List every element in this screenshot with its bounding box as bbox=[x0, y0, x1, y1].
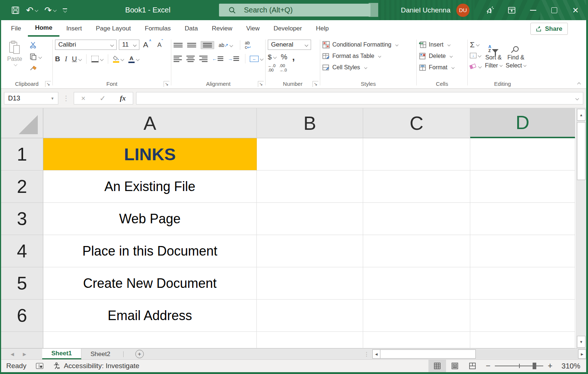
clear-dropdown-icon[interactable] bbox=[478, 65, 482, 68]
cell-b1[interactable] bbox=[257, 138, 363, 170]
page-break-preview-button[interactable] bbox=[464, 360, 481, 372]
undo-dropdown-icon[interactable] bbox=[35, 8, 39, 12]
vertical-scroll-thumb[interactable] bbox=[577, 122, 585, 180]
clear-button[interactable] bbox=[470, 62, 481, 70]
cell-c1[interactable] bbox=[363, 138, 470, 170]
currency-dropdown-icon[interactable] bbox=[273, 55, 277, 59]
coming-soon-megaphone-icon[interactable] bbox=[480, 0, 501, 20]
tab-home[interactable]: Home bbox=[28, 20, 59, 37]
row-header-3[interactable]: 3 bbox=[1, 203, 43, 235]
top-align-button[interactable] bbox=[174, 43, 183, 47]
name-box-dropdown-icon[interactable]: ▼ bbox=[51, 96, 54, 100]
wrap-text-button[interactable]: ab c↩ bbox=[245, 41, 251, 50]
zoom-in-button[interactable]: + bbox=[543, 361, 557, 371]
align-left-button[interactable] bbox=[174, 56, 182, 62]
cell-a2[interactable]: An Existing File bbox=[43, 170, 257, 203]
cancel-icon[interactable]: × bbox=[81, 94, 85, 103]
underline-dropdown-icon[interactable] bbox=[78, 57, 82, 61]
cell-d6[interactable] bbox=[470, 300, 575, 332]
next-sheet-icon[interactable]: ▶ bbox=[23, 352, 26, 357]
fill-color-button[interactable] bbox=[113, 56, 124, 63]
cell-c6[interactable] bbox=[363, 300, 470, 332]
scroll-up-icon[interactable]: ▲ bbox=[577, 109, 585, 121]
row-header-2[interactable]: 2 bbox=[1, 170, 43, 203]
horizontal-scroll-thumb[interactable] bbox=[380, 349, 476, 359]
formula-input[interactable] bbox=[141, 95, 574, 102]
redo-dropdown-icon[interactable] bbox=[53, 8, 57, 12]
format-painter-button[interactable] bbox=[30, 65, 41, 73]
decrease-indent-button[interactable]: ← bbox=[212, 56, 223, 62]
italic-button[interactable]: I bbox=[65, 55, 67, 63]
paste-dropdown-icon[interactable] bbox=[14, 63, 18, 66]
zoom-out-button[interactable]: − bbox=[481, 361, 495, 371]
cell-a4[interactable]: Place in this Document bbox=[43, 235, 257, 267]
macro-record-icon[interactable] bbox=[36, 363, 43, 369]
row-header-6[interactable]: 6 bbox=[1, 300, 43, 332]
page-layout-view-button[interactable] bbox=[446, 360, 464, 372]
column-header-d-selected[interactable]: D bbox=[470, 108, 575, 138]
format-cells-button[interactable]: Format bbox=[419, 63, 465, 72]
accounting-format-button[interactable]: $ bbox=[268, 53, 276, 61]
sort-filter-button[interactable]: AZ Sort & Filter bbox=[485, 40, 502, 70]
insert-cells-button[interactable]: Insert bbox=[419, 40, 465, 49]
row-header-4[interactable]: 4 bbox=[1, 235, 43, 267]
number-format-select[interactable]: General bbox=[268, 40, 311, 50]
cell-c4[interactable] bbox=[363, 235, 470, 267]
borders-dropdown-icon[interactable] bbox=[100, 57, 103, 61]
undo-button[interactable]: ↶ bbox=[24, 4, 40, 16]
decrease-decimal-button[interactable]: .00 →.0 bbox=[279, 63, 287, 72]
row-header-5[interactable]: 5 bbox=[1, 267, 43, 300]
tab-page-layout[interactable]: Page Layout bbox=[89, 20, 138, 37]
customize-qat-icon[interactable] bbox=[61, 4, 69, 16]
row-header-7[interactable] bbox=[1, 332, 43, 348]
select-all-button[interactable] bbox=[1, 108, 43, 138]
alignment-dialog-launcher-icon[interactable]: ↘ bbox=[258, 81, 264, 87]
user-name[interactable]: Daniel Uchenna bbox=[401, 6, 450, 14]
cell-d3[interactable] bbox=[470, 203, 575, 235]
cell-b2[interactable] bbox=[257, 170, 363, 203]
collapse-ribbon-icon[interactable] bbox=[577, 82, 581, 86]
delete-cells-button[interactable]: Delete bbox=[419, 52, 465, 60]
cell-b6[interactable] bbox=[257, 300, 363, 332]
merge-dropdown-icon[interactable] bbox=[260, 57, 264, 60]
copy-dropdown-icon[interactable] bbox=[39, 55, 42, 59]
orientation-dropdown-icon[interactable] bbox=[230, 43, 233, 47]
vertical-scrollbar[interactable]: ▲ ▼ bbox=[576, 108, 586, 348]
cell-b4[interactable] bbox=[257, 235, 363, 267]
accessibility-status[interactable]: Accessibility: Investigate bbox=[53, 362, 139, 370]
cell-b3[interactable] bbox=[257, 203, 363, 235]
font-color-dropdown-icon[interactable] bbox=[136, 57, 139, 61]
expand-formula-bar-icon[interactable] bbox=[576, 96, 579, 100]
autosum-dropdown-icon[interactable] bbox=[476, 43, 480, 46]
horizontal-scroll-track[interactable] bbox=[476, 349, 578, 359]
avatar[interactable]: DU bbox=[456, 4, 470, 17]
name-box[interactable]: D13 ▼ bbox=[4, 92, 58, 104]
row-header-1[interactable]: 1 bbox=[1, 138, 43, 170]
font-size-select[interactable]: 11 bbox=[119, 40, 139, 50]
decrease-font-size-button[interactable]: Aˇ bbox=[156, 41, 164, 49]
tab-developer[interactable]: Developer bbox=[267, 20, 309, 37]
tab-view[interactable]: View bbox=[239, 20, 267, 37]
scroll-down-icon[interactable]: ▼ bbox=[577, 336, 585, 348]
borders-button[interactable] bbox=[91, 56, 103, 62]
tab-data[interactable]: Data bbox=[178, 20, 205, 37]
cell-a6[interactable]: Email Address bbox=[43, 300, 257, 332]
font-color-button[interactable]: A bbox=[128, 55, 139, 63]
underline-button[interactable]: U bbox=[72, 55, 81, 63]
redo-button[interactable]: ↷ bbox=[42, 4, 58, 16]
search-input[interactable] bbox=[244, 6, 354, 14]
align-center-button[interactable] bbox=[186, 56, 195, 62]
cell-a7[interactable] bbox=[43, 332, 257, 348]
font-name-select[interactable]: Calibri bbox=[55, 40, 117, 50]
insert-function-icon[interactable]: fx bbox=[120, 94, 126, 102]
tab-help[interactable]: Help bbox=[309, 20, 336, 37]
copy-button[interactable] bbox=[30, 53, 41, 61]
bottom-align-button[interactable] bbox=[201, 41, 214, 49]
cell-d4[interactable] bbox=[470, 235, 575, 267]
grid[interactable]: A B C D 1 LINKS 2 An Existing File 3 bbox=[1, 108, 576, 348]
font-dialog-launcher-icon[interactable]: ↘ bbox=[164, 81, 169, 87]
sheet-tab-sheet2[interactable]: Sheet2 bbox=[81, 349, 120, 359]
tab-formulas[interactable]: Formulas bbox=[138, 20, 178, 37]
merge-center-button[interactable]: ↔ bbox=[250, 56, 263, 62]
tab-file[interactable]: File bbox=[4, 20, 28, 37]
